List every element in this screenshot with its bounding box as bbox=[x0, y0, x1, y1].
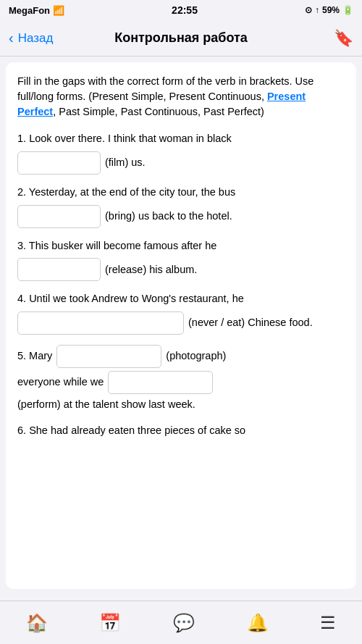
question-6: 6. She had already eaten three pieces of… bbox=[17, 423, 345, 439]
q5-hint-1: (photograph) bbox=[166, 348, 226, 364]
menu-icon: ☰ bbox=[320, 613, 336, 633]
battery-icon: 🔋 bbox=[342, 5, 353, 15]
tab-menu[interactable]: ☰ bbox=[320, 613, 336, 633]
arrow-icon: ↑ bbox=[315, 5, 319, 15]
tab-home[interactable]: 🏠 bbox=[26, 613, 48, 633]
calendar-icon: 📅 bbox=[99, 613, 121, 633]
q1-number: 1. bbox=[17, 133, 29, 144]
carrier-label: MegaFon bbox=[9, 5, 50, 16]
question-1: 1. Look over there. I think that woman i… bbox=[17, 131, 345, 175]
q3-number: 3. bbox=[17, 240, 29, 251]
q4-number: 4. bbox=[17, 293, 29, 304]
q5-input-2[interactable] bbox=[108, 371, 213, 394]
battery-label: 59% bbox=[322, 5, 340, 15]
question-3: 3. This busker will become famous after … bbox=[17, 238, 345, 282]
q1-text: Look over there. I think that woman in b… bbox=[29, 133, 232, 144]
status-right: ⊙ ↑ 59% 🔋 bbox=[305, 5, 353, 15]
q6-text: She had already eaten three pieces of ca… bbox=[29, 425, 245, 436]
tab-notifications[interactable]: 🔔 bbox=[247, 613, 269, 633]
question-5: 5. Mary (photograph) everyone while we (… bbox=[17, 345, 345, 413]
question-2: 2. Yesterday, at the end of the city tou… bbox=[17, 185, 345, 228]
content-area: Fill in the gaps with the correct form o… bbox=[6, 62, 356, 589]
q5-hint-2: (perform) at the talent show last week. bbox=[17, 398, 195, 410]
q4-hint: (never / eat) Chinese food. bbox=[188, 314, 313, 331]
q2-number: 2. bbox=[17, 186, 29, 198]
q2-text: Yesterday, at the end of the city tour, … bbox=[29, 186, 235, 198]
location-icon: ⊙ bbox=[305, 5, 312, 15]
q2-input[interactable] bbox=[17, 205, 101, 228]
q4-text: Until we took Andrew to Wong's restauran… bbox=[29, 293, 244, 304]
q5-input-1[interactable] bbox=[56, 345, 161, 368]
q5-number: 5. Mary bbox=[17, 348, 52, 364]
instructions-suffix: , Past Simple, Past Continuous, Past Per… bbox=[53, 106, 264, 117]
messages-icon: 💬 bbox=[173, 613, 195, 633]
status-bar: MegaFon 📶 22:55 ⊙ ↑ 59% 🔋 bbox=[0, 0, 362, 20]
page-title: Контрольная работа bbox=[114, 30, 248, 46]
home-icon: 🏠 bbox=[26, 613, 48, 633]
back-chevron-icon: ‹ bbox=[9, 30, 14, 46]
q1-input[interactable] bbox=[17, 151, 101, 175]
instructions-text: Fill in the gaps with the correct form o… bbox=[17, 74, 345, 120]
bookmark-icon[interactable]: 🔖 bbox=[334, 29, 353, 48]
q6-number: 6. bbox=[17, 425, 29, 436]
q3-input[interactable] bbox=[17, 258, 101, 281]
tab-calendar[interactable]: 📅 bbox=[99, 613, 121, 633]
question-4: 4. Until we took Andrew to Wong's restau… bbox=[17, 291, 345, 335]
wifi-icon: 📶 bbox=[53, 5, 64, 16]
q1-hint: (film) us. bbox=[105, 154, 146, 171]
q3-text: This busker will become famous after he bbox=[29, 240, 217, 251]
nav-bar: ‹ Назад Контрольная работа 🔖 bbox=[0, 20, 362, 57]
status-left: MegaFon 📶 bbox=[9, 5, 64, 16]
q2-hint: (bring) us back to the hotel. bbox=[105, 208, 232, 225]
tab-bar: 🏠 📅 💬 🔔 ☰ bbox=[0, 601, 362, 644]
status-time: 22:55 bbox=[172, 4, 198, 16]
tab-messages[interactable]: 💬 bbox=[173, 613, 195, 633]
back-button[interactable]: ‹ Назад bbox=[9, 30, 53, 46]
back-label: Назад bbox=[18, 31, 54, 46]
q4-input[interactable] bbox=[17, 311, 184, 335]
q3-hint: (release) his album. bbox=[105, 262, 197, 278]
q5-middle-text: everyone while we bbox=[17, 374, 104, 390]
bell-icon: 🔔 bbox=[247, 613, 269, 633]
